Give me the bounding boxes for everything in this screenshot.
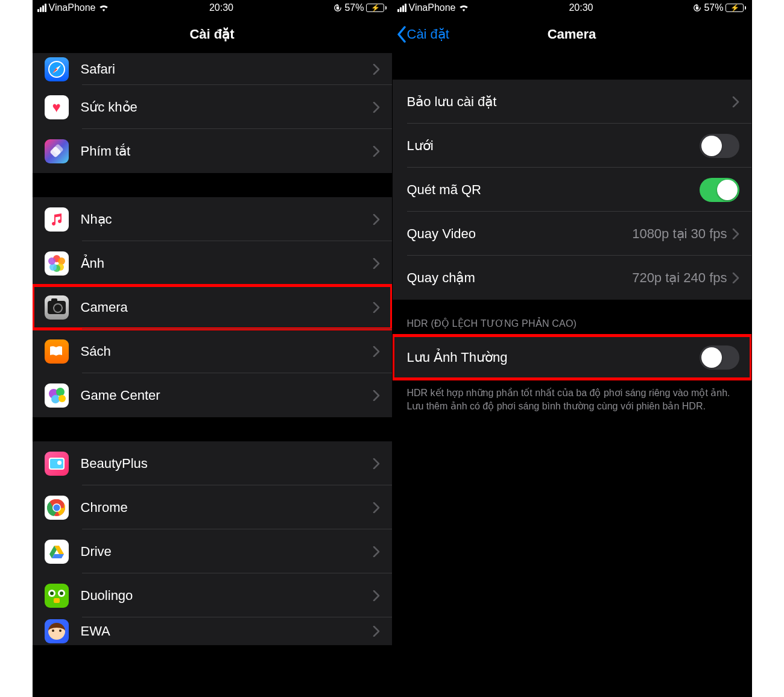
drive-icon	[45, 540, 69, 564]
row-label: Bảo lưu cài đặt	[407, 94, 732, 110]
row-scan-qr: Quét mã QR	[393, 168, 751, 212]
row-chrome[interactable]: Chrome	[33, 485, 392, 529]
battery-icon: ⚡	[726, 4, 746, 12]
chevron-right-icon	[373, 546, 380, 557]
beautyplus-icon	[45, 452, 69, 476]
wifi-icon	[98, 4, 109, 12]
chevron-right-icon	[373, 258, 380, 269]
row-label: EWA	[81, 623, 373, 639]
qr-toggle[interactable]	[700, 178, 739, 202]
row-ewa[interactable]: EWA	[33, 617, 392, 645]
row-label: Duolingo	[81, 588, 373, 604]
shortcuts-icon	[45, 139, 69, 163]
health-icon: ♥	[45, 95, 69, 119]
gamecenter-icon	[45, 383, 69, 408]
row-label: Lưới	[407, 138, 700, 154]
battery-icon: ⚡	[366, 4, 387, 12]
row-label: Phím tắt	[81, 144, 373, 159]
status-time: 20:30	[569, 2, 593, 13]
photos-icon	[45, 251, 69, 276]
row-label: Game Center	[81, 388, 373, 403]
row-label: Quay Video	[407, 226, 633, 242]
hdr-footer-text: HDR kết hợp những phần tốt nhất của ba đ…	[393, 379, 751, 421]
row-safari[interactable]: Safari	[33, 53, 392, 85]
status-bar: VinaPhone 20:30 57% ⚡	[33, 0, 392, 16]
chevron-right-icon	[373, 590, 380, 601]
chevron-right-icon	[373, 502, 380, 513]
chevron-right-icon	[732, 229, 739, 239]
back-button[interactable]: Cài đặt	[396, 26, 449, 43]
wifi-icon	[458, 4, 469, 12]
chevron-right-icon	[373, 146, 380, 157]
row-label: Nhạc	[81, 212, 373, 227]
hdr-section-header: HDR (ĐỘ LỆCH TƯƠNG PHẢN CAO)	[393, 300, 751, 335]
chevron-right-icon	[373, 102, 380, 113]
row-drive[interactable]: Drive	[33, 529, 392, 573]
row-shortcuts[interactable]: Phím tắt	[33, 129, 392, 173]
chevron-right-icon	[373, 214, 380, 225]
chevron-right-icon	[732, 273, 739, 283]
chevron-right-icon	[373, 390, 380, 401]
carrier-label: VinaPhone	[409, 2, 456, 13]
row-label: Drive	[81, 544, 373, 560]
chevron-right-icon	[373, 458, 380, 469]
duolingo-icon	[45, 584, 69, 608]
row-gamecenter[interactable]: Game Center	[33, 373, 392, 417]
books-icon	[45, 339, 69, 364]
row-music[interactable]: Nhạc	[33, 197, 392, 241]
chevron-right-icon	[373, 626, 380, 637]
row-camera[interactable]: Camera	[33, 285, 392, 329]
row-keep-normal-photo: Lưu Ảnh Thường	[393, 335, 751, 379]
row-value: 1080p tại 30 fps	[632, 226, 727, 242]
row-label: Ảnh	[81, 256, 373, 271]
chevron-right-icon	[373, 302, 380, 313]
nav-bar: Cài đặt Camera	[393, 16, 751, 53]
chevron-right-icon	[373, 64, 380, 75]
nav-bar: Cài đặt	[33, 16, 392, 53]
settings-screen: VinaPhone 20:30 57% ⚡ Cài đặt Safari ♥ S…	[33, 0, 392, 697]
page-title: Cài đặt	[189, 27, 234, 42]
battery-percent: 57%	[704, 2, 723, 13]
row-health[interactable]: ♥ Sức khỏe	[33, 85, 392, 129]
row-label: Sức khỏe	[81, 99, 373, 115]
svg-rect-10	[696, 7, 698, 9]
back-label: Cài đặt	[407, 27, 449, 42]
chevron-right-icon	[373, 346, 380, 357]
camera-icon	[45, 295, 69, 320]
keep-normal-photo-toggle[interactable]	[700, 345, 739, 370]
row-label: Quay chậm	[407, 270, 633, 286]
orientation-lock-icon	[334, 4, 342, 12]
status-bar: VinaPhone 20:30 57% ⚡	[393, 0, 751, 16]
row-beautyplus[interactable]: BeautyPlus	[33, 441, 392, 485]
music-icon	[45, 207, 69, 232]
status-time: 20:30	[209, 2, 233, 13]
row-record-video[interactable]: Quay Video 1080p tại 30 fps	[393, 212, 751, 256]
safari-icon	[45, 57, 69, 81]
signal-bars-icon	[397, 4, 406, 12]
row-books[interactable]: Sách	[33, 329, 392, 373]
camera-settings-screen: VinaPhone 20:30 57% ⚡ Cài đặt Camera Bảo…	[392, 0, 751, 697]
row-value: 720p tại 240 fps	[632, 270, 727, 286]
carrier-label: VinaPhone	[49, 2, 96, 13]
row-duolingo[interactable]: Duolingo	[33, 573, 392, 617]
row-label: BeautyPlus	[81, 456, 373, 472]
row-label: Chrome	[81, 500, 373, 516]
chrome-icon	[45, 496, 69, 520]
signal-bars-icon	[37, 4, 46, 12]
grid-toggle[interactable]	[700, 134, 739, 158]
svg-point-8	[53, 504, 60, 511]
row-photos[interactable]: Ảnh	[33, 241, 392, 285]
chevron-right-icon	[732, 96, 739, 107]
chevron-left-icon	[396, 26, 407, 43]
row-record-slomo[interactable]: Quay chậm 720p tại 240 fps	[393, 256, 751, 300]
ewa-icon	[45, 619, 69, 643]
row-label: Sách	[81, 344, 373, 359]
row-label: Quét mã QR	[407, 182, 700, 198]
orientation-lock-icon	[693, 4, 701, 12]
row-label: Camera	[81, 300, 373, 315]
svg-rect-1	[337, 7, 339, 9]
row-preserve-settings[interactable]: Bảo lưu cài đặt	[393, 80, 751, 124]
row-grid: Lưới	[393, 124, 751, 168]
row-label: Safari	[81, 62, 373, 77]
battery-percent: 57%	[344, 2, 364, 13]
